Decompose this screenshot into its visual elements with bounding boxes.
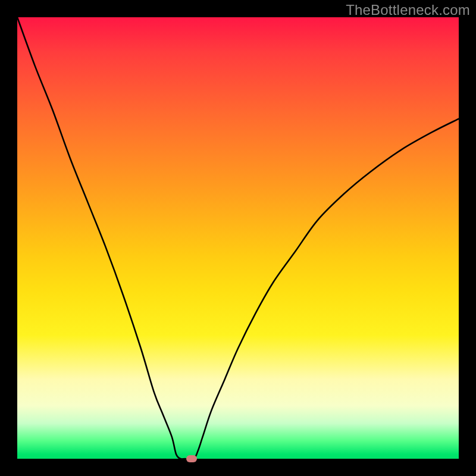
bottleneck-curve	[17, 17, 459, 459]
chart-overlay	[17, 17, 459, 459]
watermark-text: TheBottleneck.com	[346, 2, 470, 18]
optimal-point-marker	[186, 455, 197, 462]
chart-frame: TheBottleneck.com	[0, 0, 476, 476]
